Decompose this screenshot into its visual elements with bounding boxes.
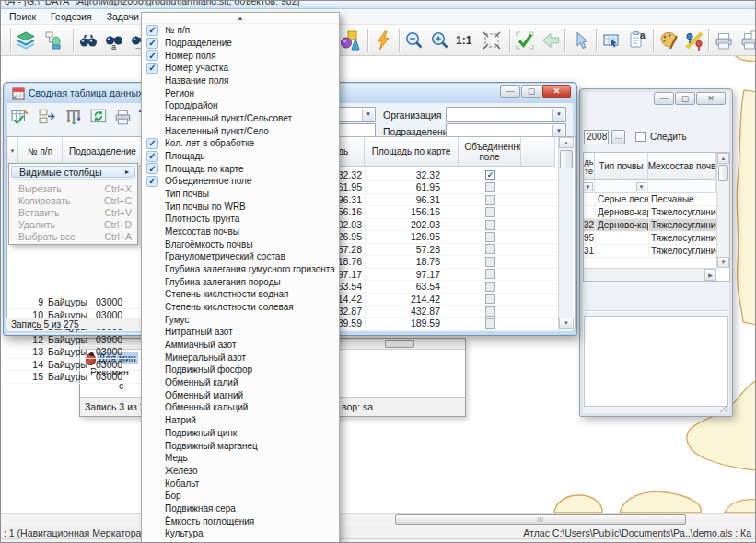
minimize-button[interactable]: —: [500, 85, 520, 98]
merged-field-checkbox[interactable]: [485, 318, 495, 329]
column-menu-item[interactable]: Тип почвы: [142, 188, 339, 201]
column-menu-item[interactable]: Тип почвы по WRB: [142, 200, 339, 213]
filter-cell[interactable]: [648, 180, 716, 193]
table-row[interactable]: 13 Байцуры 03000: [7, 346, 144, 359]
organization-combo[interactable]: ▼: [446, 107, 566, 122]
scale-1-1-button[interactable]: 1:1: [456, 34, 471, 47]
print-page-button[interactable]: [738, 28, 756, 52]
table-row[interactable]: 31 Тяжелосуглинисть: [584, 245, 716, 258]
print-button[interactable]: [712, 28, 737, 52]
column-menu-item[interactable]: Бор: [142, 490, 339, 503]
column-menu-item[interactable]: Гранулометрический состав: [142, 250, 339, 263]
column-header-mech[interactable]: Мехсостав почв: [648, 153, 716, 180]
column-menu-item[interactable]: Гумус: [142, 313, 339, 326]
column-menu-item[interactable]: ✓ Объединенное поле: [142, 175, 339, 188]
context-menu-item[interactable]: Вставить Ctrl+V: [9, 206, 137, 218]
merged-field-checkbox[interactable]: [485, 195, 495, 205]
maximize-button[interactable]: ▢: [521, 85, 541, 98]
maximize-button[interactable]: ▢: [675, 92, 695, 105]
menubar-item[interactable]: Задачи: [99, 10, 146, 23]
attributes-button[interactable]: a: [625, 28, 650, 52]
merged-field-checkbox[interactable]: [485, 232, 495, 242]
column-menu-item[interactable]: Обменный магний: [142, 388, 339, 401]
column-menu-item[interactable]: Подвижный цинк: [142, 427, 339, 440]
context-menu-item[interactable]: Выбрать все Ctrl+A: [9, 230, 137, 242]
column-menu-item[interactable]: Населенный пункт/Село: [142, 124, 339, 137]
minimize-button[interactable]: —: [654, 92, 674, 105]
search-text-button[interactable]: a: [102, 28, 127, 52]
column-menu-item[interactable]: Степень кислотности водная: [142, 288, 339, 301]
column-menu-item[interactable]: Нитратный азот: [142, 326, 339, 339]
print-button[interactable]: [112, 105, 136, 129]
column-header-clipped[interactable]: дьте: [584, 153, 595, 180]
column-menu-item[interactable]: Глубина залегания породы: [142, 275, 339, 288]
zoom-in-button[interactable]: [428, 28, 453, 52]
column-menu-item[interactable]: ✓ Номер участка: [142, 62, 339, 75]
refresh-button[interactable]: [88, 105, 112, 129]
follow-checkbox[interactable]: [635, 132, 646, 142]
menubar-item[interactable]: Геодезия: [43, 10, 99, 23]
column-menu-item[interactable]: Название поля: [142, 75, 339, 87]
filter-dropdown-icon[interactable]: ▼: [636, 182, 646, 191]
column-menu-item[interactable]: Регион: [142, 87, 339, 99]
vertical-scrollbar[interactable]: ▲ ▼: [716, 153, 729, 268]
column-menu-item[interactable]: ✓ № п/п: [142, 24, 339, 37]
close-button[interactable]: ✕: [696, 92, 726, 105]
column-menu-item[interactable]: Обменный кальций: [142, 401, 339, 414]
accept-button[interactable]: [513, 28, 538, 52]
horizontal-scrollbar[interactable]: ▶: [584, 268, 716, 281]
merged-field-checkbox[interactable]: [485, 244, 495, 254]
export-button[interactable]: [37, 105, 61, 129]
zoom-out-button[interactable]: [402, 28, 427, 52]
column-menu-item[interactable]: Влагоёмкость почвы: [142, 237, 339, 250]
scroll-down-icon[interactable]: ▼: [717, 257, 729, 268]
column-menu-item[interactable]: Подвижная сера: [142, 503, 339, 515]
merged-field-checkbox[interactable]: [485, 182, 495, 192]
back-button[interactable]: [539, 28, 564, 52]
column-menu-item[interactable]: ✓ Площадь по карте: [142, 162, 339, 175]
column-header-soil-type[interactable]: Тип почвы: [595, 153, 648, 180]
column-menu-item[interactable]: ✓ Площадь: [142, 150, 339, 163]
column-header-blank[interactable]: [521, 137, 555, 167]
scroll-up-icon[interactable]: ▲: [717, 153, 729, 164]
column-menu-item[interactable]: Медь: [142, 452, 339, 465]
table-row[interactable]: 32 Дерново-карб Тяжелосуглинисть: [584, 219, 716, 232]
grid-edit-button[interactable]: [9, 105, 33, 129]
merged-field-checkbox[interactable]: [485, 207, 495, 217]
filter-dropdown-icon[interactable]: ▼: [10, 146, 16, 156]
merged-field-checkbox[interactable]: [485, 220, 495, 230]
search-button[interactable]: [76, 28, 101, 52]
column-menu-item[interactable]: Населенный пункт/Сельсовет: [142, 112, 339, 125]
layers-button[interactable]: [14, 28, 39, 52]
column-menu-item[interactable]: Глубина залегания гумусного горизонта: [142, 263, 339, 276]
column-menu-item[interactable]: Степень кислотности солевая: [142, 301, 339, 314]
column-menu-item[interactable]: ✓ Кол. лет в обработке: [142, 137, 339, 150]
measure-route-button[interactable]: [682, 28, 707, 52]
column-menu-item[interactable]: Кобальт: [142, 477, 339, 490]
column-menu-item[interactable]: Город/район: [142, 99, 339, 112]
filter-dropdown-icon[interactable]: ▼: [583, 182, 593, 191]
column-menu-item[interactable]: Плотность грунта: [142, 213, 339, 225]
table-row[interactable]: Серые лесные Песчаные: [584, 193, 716, 206]
table-row[interactable]: Дерново-карб Тяжелосуглинисть: [584, 206, 716, 219]
3d-shapes-button[interactable]: [338, 28, 363, 52]
column-menu-item[interactable]: ✓ Номер поля: [142, 49, 339, 62]
vertical-scrollbar[interactable]: ▲ ▼: [558, 137, 574, 329]
table-row[interactable]: 14 Байцуры 03000: [7, 359, 144, 372]
filter-cell[interactable]: ▼: [584, 180, 595, 193]
column-menu-item[interactable]: Ёмкость поглощения: [142, 514, 339, 527]
context-menu-item[interactable]: Видимые столбцы ▸: [11, 166, 135, 178]
year-field[interactable]: 2008: [584, 130, 609, 144]
context-menu-item[interactable]: Вырезать Ctrl+X: [9, 182, 137, 194]
legend-tree-button[interactable]: [41, 28, 66, 52]
column-header-area-map[interactable]: Площадь по карте: [365, 137, 459, 167]
scroll-up-icon[interactable]: ▲: [559, 137, 574, 148]
column-menu-item[interactable]: Культура: [142, 527, 339, 540]
browse-button[interactable]: ...: [611, 130, 625, 144]
table-row[interactable]: 15 Байцуры 03000: [7, 371, 144, 384]
menubar-item[interactable]: Поиск: [2, 10, 43, 23]
column-menu-item[interactable]: Аммиачный азот: [142, 339, 339, 352]
scroll-right-icon[interactable]: ▶: [704, 269, 716, 281]
close-button[interactable]: ✕: [542, 85, 571, 98]
scrollbar-thumb[interactable]: |||: [395, 514, 686, 525]
